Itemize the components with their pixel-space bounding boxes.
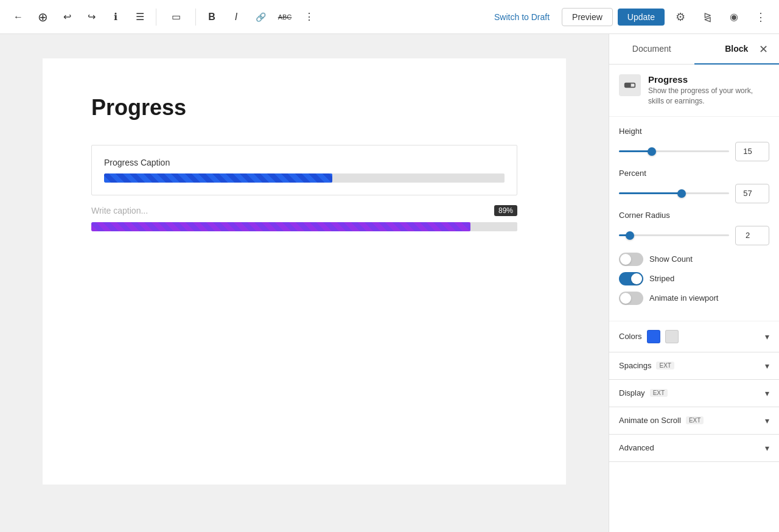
progress-fill-1 (104, 173, 332, 183)
more-inline-button[interactable]: ⋮ (298, 6, 320, 28)
page-title: Progress (91, 95, 517, 121)
advanced-header[interactable]: Advanced ▾ (609, 435, 779, 461)
progress-block-2[interactable]: Write caption... 89% (91, 205, 517, 231)
show-count-thumb (620, 254, 631, 265)
list-button[interactable]: ☰ (129, 6, 151, 28)
progress-caption-2: Write caption... 89% (91, 205, 517, 216)
block-info-desc: Show the progress of your work, skills o… (648, 86, 769, 107)
striped-label: Striped (649, 274, 674, 283)
corner-radius-input[interactable] (735, 226, 769, 245)
advanced-label: Advanced (619, 443, 654, 452)
percent-slider-thumb[interactable] (677, 189, 686, 198)
palette-icon: ◉ (730, 11, 738, 23)
redo-button[interactable]: ↪ (80, 6, 102, 28)
height-slider-fill (619, 150, 652, 152)
link-button[interactable]: 🔗 (250, 6, 271, 28)
tab-document[interactable]: Document (609, 34, 694, 65)
italic-icon: I (235, 12, 237, 23)
colors-label: Colors (619, 332, 642, 341)
display-header[interactable]: Display EXT ▾ (609, 380, 779, 407)
show-count-label: Show Count (649, 254, 693, 264)
spacings-title: Spacings EXT (619, 361, 674, 370)
striped-thumb (631, 273, 642, 284)
percent-slider-row (619, 184, 769, 203)
settings-icon: ⚙ (676, 10, 685, 24)
settings-section: Height Percent (609, 117, 779, 321)
colors-swatches (647, 330, 679, 343)
palette-button[interactable]: ◉ (723, 6, 745, 28)
block-info-title: Progress (648, 74, 769, 85)
preview-button[interactable]: Preview (562, 8, 613, 26)
info-button[interactable]: ℹ (105, 6, 127, 28)
settings-button[interactable]: ⚙ (669, 6, 691, 28)
more-button[interactable]: ⋮ (750, 6, 772, 28)
animate-scroll-header[interactable]: Animate on Scroll EXT ▾ (609, 407, 779, 434)
sidebar-tabs: Document Block ✕ (609, 34, 779, 65)
block-info: Progress Show the progress of your work,… (609, 65, 779, 117)
display-ext-badge: EXT (650, 389, 668, 397)
undo-icon: ↩ (63, 11, 71, 23)
bold-button[interactable]: B (201, 6, 223, 28)
progress-track-1 (104, 173, 505, 183)
corner-radius-slider-thumb[interactable] (626, 231, 634, 240)
percent-label: Percent (619, 169, 769, 178)
progress-badge: 89% (494, 205, 517, 216)
animate-viewport-thumb (620, 293, 631, 304)
add-button[interactable]: ⊕ (32, 6, 54, 28)
percent-input[interactable] (735, 184, 769, 203)
advanced-chevron-icon: ▾ (765, 443, 769, 453)
percent-slider-fill (619, 192, 682, 194)
update-button[interactable]: Update (618, 9, 665, 26)
progress-fill-2 (91, 222, 470, 231)
color-swatch-blue[interactable] (647, 330, 660, 343)
height-slider-container[interactable] (619, 145, 729, 158)
spacings-ext-badge: EXT (656, 362, 674, 369)
switch-draft-button[interactable]: Switch to Draft (487, 9, 557, 26)
page-content: Progress Progress Caption Write caption.… (43, 58, 566, 485)
more-icon: ⋮ (755, 10, 766, 24)
striped-toggle[interactable] (619, 272, 643, 285)
separator-button[interactable]: ▭ (161, 6, 190, 28)
height-slider-track (619, 150, 729, 152)
corner-radius-slider-track (619, 234, 729, 236)
toolbar-divider-2 (195, 9, 196, 26)
spacings-chevron-icon: ▾ (765, 361, 769, 371)
redo-icon: ↪ (88, 11, 96, 23)
close-sidebar-button[interactable]: ✕ (755, 41, 772, 58)
striped-row: Striped (619, 272, 769, 285)
progress-block-icon (624, 79, 636, 91)
info-icon: ℹ (114, 11, 117, 23)
animate-scroll-chevron-icon: ▾ (765, 416, 769, 425)
colors-chevron-icon: ▾ (765, 332, 769, 341)
height-label: Height (619, 127, 769, 136)
italic-button[interactable]: I (225, 6, 247, 28)
toolbar-divider-1 (156, 9, 156, 26)
show-count-row: Show Count (619, 253, 769, 266)
show-count-toggle[interactable] (619, 253, 643, 266)
strikethrough-button[interactable]: ABC (274, 6, 296, 28)
height-slider-thumb[interactable] (648, 147, 656, 156)
sliders-button[interactable]: ⧎ (696, 6, 718, 28)
add-icon: ⊕ (38, 10, 48, 24)
progress-block-1[interactable]: Progress Caption (91, 145, 517, 195)
percent-slider-container[interactable] (619, 187, 729, 200)
back-button[interactable]: ← (7, 6, 29, 28)
animate-viewport-label: Animate in viewport (649, 293, 718, 303)
corner-radius-label: Corner Radius (619, 211, 769, 220)
animate-viewport-row: Animate in viewport (619, 292, 769, 305)
undo-button[interactable]: ↩ (56, 6, 78, 28)
colors-header[interactable]: Colors ▾ (609, 321, 779, 352)
animate-viewport-toggle[interactable] (619, 292, 643, 305)
main-area: Progress Progress Caption Write caption.… (0, 34, 779, 532)
display-section: Display EXT ▾ (609, 380, 779, 407)
color-swatch-gray[interactable] (665, 330, 679, 343)
animate-scroll-section: Animate on Scroll EXT ▾ (609, 407, 779, 435)
more-inline-icon: ⋮ (304, 11, 314, 23)
advanced-section: Advanced ▾ (609, 435, 779, 462)
height-input[interactable] (735, 142, 769, 161)
advanced-title: Advanced (619, 443, 654, 452)
spacings-header[interactable]: Spacings EXT ▾ (609, 352, 779, 379)
sidebar: Document Block ✕ Progress Show the progr… (609, 34, 779, 532)
spacings-section: Spacings EXT ▾ (609, 352, 779, 380)
corner-radius-slider-container[interactable] (619, 229, 729, 242)
